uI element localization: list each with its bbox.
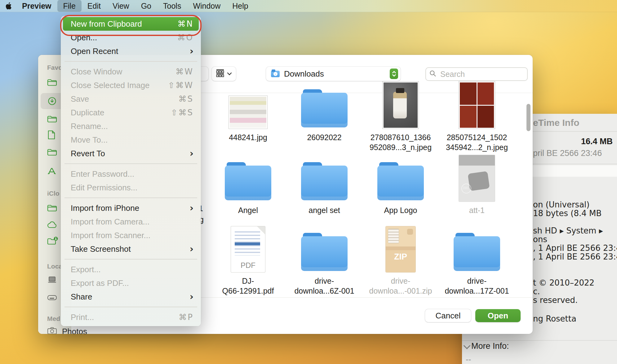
folder-icon [377, 166, 424, 200]
file-menu: New from Clipboard⌘N Open...⌘O Open Rece… [61, 16, 201, 326]
folder-icon[interactable] [47, 113, 59, 124]
menu-item-close-selected-image: Close Selected Image⇧⌘W [61, 78, 201, 92]
apple-menu-icon[interactable] [6, 2, 12, 10]
menu-separator [61, 256, 201, 263]
scrollbar[interactable] [526, 104, 530, 131]
menu-item-export: Export... [61, 263, 201, 276]
chevron-down-icon [227, 71, 232, 77]
zip-icon: ZIP [386, 226, 415, 272]
menu-item-import-from-scanner: Import from Scanner... [61, 229, 201, 242]
menubar-item-file[interactable]: File [57, 0, 82, 12]
divider [462, 340, 617, 341]
downloads-icon[interactable] [47, 96, 59, 106]
menu-separator [61, 194, 201, 201]
info-detail-line: on (Universal) [533, 200, 589, 209]
folder-item[interactable]: drive-downloa...17Z-001 [444, 226, 510, 296]
more-info-disclosure[interactable]: More Info: [471, 341, 509, 351]
info-window-title: eTime Info [533, 118, 579, 128]
laptop-icon[interactable] [47, 274, 59, 285]
sidebar-item-photos[interactable]: Photos [62, 327, 87, 334]
folder-icon[interactable] [47, 202, 59, 213]
info-detail-line: ons [533, 235, 547, 244]
menu-item-enter-password: Enter Password... [61, 167, 201, 181]
menu-item-save: Save⌘S [61, 92, 201, 106]
menu-separator [61, 304, 201, 310]
menu-item-new-from-clipboard[interactable]: New from Clipboard⌘N [63, 17, 199, 31]
menu-item-rename: Rename... [61, 119, 201, 133]
folder-item[interactable]: App Logo [368, 155, 433, 215]
menu-item-open[interactable]: Open...⌘O [61, 31, 201, 44]
image-thumbnail [459, 155, 495, 202]
submenu-chevron-icon: › [190, 203, 193, 213]
search-input[interactable] [440, 69, 515, 79]
chevron-down-icon[interactable] [464, 342, 471, 349]
menubar-item-window[interactable]: Window [187, 0, 226, 12]
cancel-button[interactable]: Cancel [425, 309, 471, 322]
file-item[interactable]: 448241.jpg [215, 82, 281, 142]
image-thumbnail [229, 96, 267, 129]
menubar-item-help[interactable]: Help [226, 0, 254, 12]
menu-item-revert-to[interactable]: Revert To› [61, 147, 201, 160]
menubar-item-go[interactable]: Go [135, 0, 157, 12]
menu-item-duplicate: Duplicate⇧⌘S [61, 106, 201, 119]
menubar-item-view[interactable]: View [107, 0, 135, 12]
desktop: eTime Info 16.4 MB pril BE 2566 23:46 on… [0, 0, 617, 364]
folder-item[interactable]: angel set [291, 155, 357, 215]
info-file-size: 16.4 MB [581, 137, 613, 146]
search-field[interactable] [425, 67, 528, 81]
submenu-chevron-icon: › [190, 292, 193, 301]
menu-item-export-as-pdf: Export as PDF... [61, 276, 201, 290]
menu-item-import-from-camera: Import from Camera... [61, 215, 201, 229]
search-icon [429, 70, 437, 78]
menu-item-print: Print...⌘P [61, 310, 201, 324]
folder-icon [301, 236, 348, 271]
hard-drive-icon[interactable] [47, 292, 59, 303]
more-info-value: -- [466, 355, 471, 364]
menu-item-import-from-iphone[interactable]: Import from iPhone› [61, 201, 201, 215]
info-copyright-line: c. [533, 287, 540, 296]
file-item[interactable]: PDF DJ-Q66-12991.pdf [215, 226, 281, 296]
info-detail-line: , 1 April BE 2566 23:46 [533, 243, 617, 253]
menu-item-close-window: Close Window⌘W [61, 65, 201, 78]
grid-view-icon [216, 69, 224, 78]
image-thumbnail [459, 82, 495, 129]
menu-item-open-recent[interactable]: Open Recent› [61, 44, 201, 58]
submenu-chevron-icon: › [190, 47, 193, 56]
image-thumbnail [383, 82, 419, 129]
folder-icon[interactable] [47, 77, 59, 87]
folder-icon [301, 93, 348, 127]
folder-icon[interactable] [47, 147, 59, 157]
folder-icon [225, 166, 271, 200]
info-detail-line: 18 bytes (8.4 MB [533, 209, 601, 218]
info-detail-line: sh HD ▸ System ▸ [533, 226, 603, 235]
shared-folder-icon[interactable] [47, 236, 59, 246]
menu-separator [61, 58, 201, 65]
file-item[interactable]: 285075124_1502345942...2_n.jpeg [444, 82, 510, 152]
menu-item-move-to: Move To... [61, 133, 201, 147]
downloads-folder-icon [271, 71, 280, 77]
info-copyright-line: s reserved. [533, 295, 578, 305]
folder-item[interactable]: Angel [215, 155, 281, 215]
file-item[interactable]: 278087610_1366952089...3_n.jpeg [368, 82, 433, 152]
document-icon[interactable] [47, 130, 59, 140]
location-popup[interactable]: Downloads [266, 67, 401, 81]
info-detail-line: , 1 April BE 2566 23:46 [533, 252, 617, 261]
menu-item-share[interactable]: Share› [61, 290, 201, 304]
price-badge: 390.- [461, 184, 471, 193]
menubar-item-edit[interactable]: Edit [82, 0, 107, 12]
menubar-app-name[interactable]: Preview [16, 0, 57, 12]
pdf-icon: PDF [231, 226, 265, 272]
folder-item[interactable]: drive-downloa...6Z-001 [291, 226, 357, 296]
view-options-button[interactable] [212, 67, 236, 81]
folder-item[interactable]: 26092022 [291, 82, 357, 142]
applications-icon[interactable] [47, 166, 59, 176]
file-item-disabled: 390.- att-1 [444, 155, 510, 215]
menubar-item-tools[interactable]: Tools [157, 0, 187, 12]
cloud-icon[interactable] [47, 220, 59, 230]
camera-icon[interactable] [47, 325, 59, 334]
menu-item-take-screenshot[interactable]: Take Screenshot› [61, 242, 201, 256]
menu-separator [61, 160, 201, 167]
info-copyright-line: t © 2010–2022 [533, 278, 594, 287]
folder-icon [454, 236, 500, 271]
open-button[interactable]: Open [475, 309, 521, 322]
